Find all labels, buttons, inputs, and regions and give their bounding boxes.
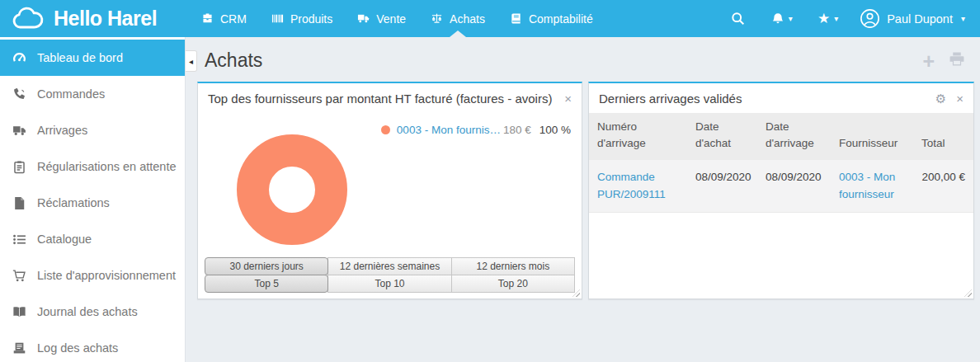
- nav-item-produits[interactable]: Produits: [259, 0, 345, 37]
- top-button-10[interactable]: Top 10: [327, 275, 451, 293]
- resize-handle-icon[interactable]: [964, 289, 972, 297]
- plus-icon: +: [922, 49, 935, 73]
- sidebar-item-label: Log des achats: [37, 341, 118, 355]
- favorites-menu[interactable]: ★ ▾: [817, 12, 838, 26]
- chart-filters: 30 derniers jours 12 dernières semaines …: [205, 257, 575, 293]
- nav-label: Achats: [450, 12, 485, 26]
- arrival-number-link[interactable]: Commande PUR/2009111: [597, 171, 666, 201]
- sidebar-item-label: Catalogue: [37, 233, 92, 246]
- sidebar-item-catalogue[interactable]: Catalogue: [0, 221, 185, 257]
- widget-settings-button[interactable]: ⚙: [935, 92, 946, 105]
- cell-total: 200,00 €: [913, 160, 973, 213]
- column-header-fournisseur: Fournisseur: [831, 113, 913, 160]
- briefcase-icon: [201, 12, 214, 25]
- widget-title: Derniers arrivages validés: [599, 92, 742, 106]
- table-row: Commande PUR/2009111 08/09/2020 08/09/20…: [589, 160, 973, 213]
- printer-icon: [949, 51, 965, 67]
- nav-item-vente[interactable]: Vente: [345, 0, 418, 37]
- widget-title: Top des fournisseurs par montant HT fact…: [208, 92, 552, 106]
- sidebar-item-commandes[interactable]: Commandes: [0, 76, 185, 112]
- add-widget-button[interactable]: +: [922, 53, 935, 69]
- sidebar-item-regularisations[interactable]: Régularisations en attente: [0, 148, 185, 185]
- content-area: ◂ Achats + Top de: [186, 37, 980, 362]
- nav-item-comptabilite[interactable]: Comptabilité: [497, 0, 605, 37]
- sidebar-item-label: Liste d'approvisionnement: [37, 269, 176, 282]
- avatar-icon: [860, 8, 880, 29]
- sidebar-item-label: Tableau de bord: [37, 51, 123, 64]
- brand-name: Hello Harel: [54, 7, 157, 31]
- top-button-20[interactable]: Top 20: [451, 275, 575, 293]
- search-icon: [731, 12, 745, 26]
- page-header: Achats +: [186, 37, 980, 80]
- phone-icon: [12, 87, 26, 101]
- sidebar-item-label: Régularisations en attente: [37, 160, 176, 173]
- donut-chart[interactable]: [237, 134, 347, 245]
- clipboard-icon: [12, 160, 26, 174]
- tachometer-icon: [12, 51, 26, 65]
- scroll-icon: [12, 341, 26, 355]
- bell-icon: [771, 12, 784, 26]
- sidebar-item-arrivages[interactable]: Arrivages: [0, 112, 185, 148]
- supplier-link[interactable]: 0003 - Mon fournisseur: [839, 171, 895, 201]
- collapse-left-icon: ◂: [189, 57, 193, 66]
- star-icon: ★: [817, 12, 830, 26]
- sidebar-item-label: Commandes: [37, 87, 105, 101]
- nav-item-crm[interactable]: CRM: [189, 0, 259, 37]
- nav-label: Vente: [376, 12, 406, 26]
- scale-icon: [431, 12, 443, 25]
- sidebar-item-reclamations[interactable]: Réclamations: [0, 185, 185, 221]
- open-book-icon: [12, 305, 26, 319]
- sidebar: Tableau de bord Commandes Arrivages Régu…: [0, 37, 186, 362]
- nav-item-achats[interactable]: Achats: [418, 0, 497, 37]
- gear-icon: ⚙: [935, 92, 946, 106]
- cloud-logo-icon: [11, 7, 45, 31]
- user-menu[interactable]: Paul Dupont ▾: [860, 8, 965, 29]
- sidebar-item-log-achats[interactable]: Log des achats: [0, 330, 185, 362]
- notifications-menu[interactable]: ▾: [771, 12, 793, 26]
- sidebar-item-journal-achats[interactable]: Journal des achats: [0, 294, 185, 330]
- legend-amount: 180 €: [503, 124, 531, 136]
- page-actions: +: [922, 51, 965, 70]
- main-menu: CRM Produits Vente Achats: [189, 0, 605, 37]
- sidebar-item-tableau-de-bord[interactable]: Tableau de bord: [0, 40, 185, 76]
- search-button[interactable]: [731, 12, 745, 26]
- close-widget-button[interactable]: ×: [956, 92, 964, 105]
- widget-derniers-arrivages: Derniers arrivages validés ⚙ × Numéro d'…: [588, 82, 974, 299]
- barcode-icon: [271, 12, 284, 25]
- chevron-down-icon: ▾: [789, 14, 793, 23]
- main-layout: Tableau de bord Commandes Arrivages Régu…: [0, 37, 980, 362]
- legend-percent: 100 %: [539, 124, 571, 136]
- legend-color-swatch: [381, 125, 390, 134]
- cell-date-arrivage: 08/09/2020: [757, 160, 831, 213]
- list-icon: [12, 233, 26, 247]
- period-button-12-semaines[interactable]: 12 dernières semaines: [327, 257, 451, 275]
- page-title: Achats: [205, 49, 262, 72]
- truck-icon: [357, 12, 370, 25]
- close-icon: ×: [956, 92, 964, 106]
- file-icon: [12, 196, 26, 210]
- close-widget-button[interactable]: ×: [564, 92, 572, 105]
- sidebar-item-label: Arrivages: [37, 124, 87, 137]
- nav-label: Produits: [290, 12, 332, 26]
- truck-icon: [12, 124, 26, 138]
- legend-supplier-link[interactable]: 0003 - Mon fournis…: [397, 124, 501, 136]
- top-button-5[interactable]: Top 5: [205, 275, 328, 293]
- sidebar-item-liste-approvisionnement[interactable]: Liste d'approvisionnement: [0, 257, 185, 294]
- sidebar-item-label: Journal des achats: [37, 305, 138, 318]
- navbar-right: ▾ ★ ▾ Paul Dupont ▾: [731, 8, 980, 29]
- dashboard-widgets: Top des fournisseurs par montant HT fact…: [186, 80, 980, 299]
- top-button-group: Top 5 Top 10 Top 20: [205, 275, 575, 293]
- arrivals-table: Numéro d'arrivage Date d'achat Date d'ar…: [589, 113, 973, 213]
- app-logo[interactable]: Hello Harel: [0, 7, 176, 31]
- nav-label: CRM: [220, 12, 247, 26]
- period-button-12-mois[interactable]: 12 derniers mois: [451, 257, 575, 275]
- widget-header: Derniers arrivages validés ⚙ ×: [589, 83, 973, 113]
- sidebar-collapse-button[interactable]: ◂: [186, 50, 197, 72]
- period-button-30-jours[interactable]: 30 derniers jours: [205, 257, 328, 275]
- nav-label: Comptabilité: [529, 12, 593, 26]
- print-button[interactable]: [949, 51, 965, 70]
- chevron-down-icon: ▾: [961, 14, 965, 23]
- user-name: Paul Dupont: [887, 12, 953, 26]
- column-header-numero: Numéro d'arrivage: [589, 113, 687, 160]
- column-header-date-arrivage: Date d'arrivage: [757, 113, 831, 160]
